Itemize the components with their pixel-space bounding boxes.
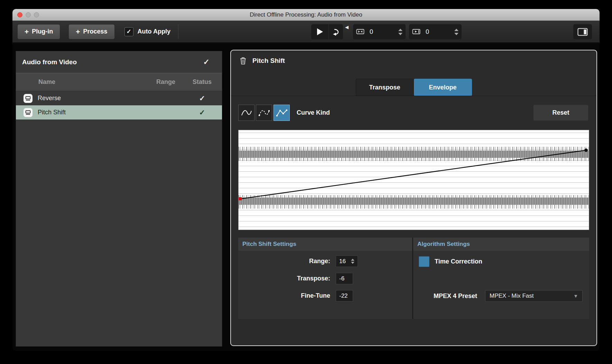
extend-range-start-field[interactable]: 0 [353,24,406,39]
mpex-preset-value: MPEX - Mix Fast [490,293,534,299]
column-status: Status [182,78,222,86]
process-list-panel: Audio from Video ✓ Name Range Status Rev… [16,51,222,347]
fine-tune-row: Fine-Tune -22 [238,290,412,301]
transpose-label: Transpose: [238,275,336,282]
auto-apply-checkbox[interactable]: ✓ [124,27,133,36]
audition-controls [311,24,343,39]
transpose-value: -6 [339,275,344,282]
linear-curve-icon [276,108,287,117]
audition-loop-button[interactable] [328,24,343,39]
dropdown-arrow-icon: ▼ [573,293,578,299]
process-list-header: Audio from Video ✓ [16,51,222,73]
curve-kind-label: Curve Kind [297,105,330,121]
status-check-icon: ✓ [199,94,205,102]
mpex-preset-label: MPEX 4 Preset [434,290,477,302]
algorithm-settings-section: Algorithm Settings Time Correction MPEX … [413,238,589,319]
auto-apply-label: Auto Apply [138,28,170,35]
extend-end-value[interactable]: 0 [426,28,454,36]
traffic-lights [17,12,39,17]
process-editor-title: Pitch Shift [252,57,285,65]
settings-block: Pitch Shift Settings Range: 16 Transpose… [238,238,589,319]
extend-end-spinner[interactable] [454,29,458,35]
algorithm-settings-header: Algorithm Settings [413,238,589,251]
extend-range-end-field[interactable]: 0 [409,24,462,39]
range-spinner[interactable] [351,259,354,264]
pitch-shift-tabs: Transpose Envelope [356,79,472,96]
process-name: Pitch Shift [38,109,66,116]
envelope-curve[interactable] [239,130,589,230]
minimize-button[interactable] [26,12,31,17]
process-row-reverse[interactable]: Reverse ✓ [16,91,222,105]
time-correction-checkbox[interactable] [419,256,429,267]
titlebar: Direct Offline Processing: Audio from Vi… [12,9,600,21]
clip-title: Audio from Video [22,58,77,66]
loop-icon [332,27,341,36]
toggle-right-zone-button[interactable] [573,24,592,39]
add-process-button[interactable]: + Process [68,24,114,39]
transpose-field[interactable]: -6 [336,273,353,284]
add-plugin-label: Plug-in [32,28,53,35]
tab-transpose[interactable]: Transpose [356,79,414,96]
extend-start-value[interactable]: 0 [370,28,398,36]
process-name: Reverse [38,95,61,102]
dashed-curve-icon [259,108,270,117]
audition-volume-icon[interactable]: ◀ [345,25,349,30]
time-correction-label: Time Correction [435,256,482,267]
process-list-column-headers: Name Range Status [16,73,222,91]
tab-envelope[interactable]: Envelope [414,79,472,96]
status-check-icon: ✓ [199,108,205,116]
window-title: Direct Offline Processing: Audio from Vi… [250,11,362,18]
mpex-preset-dropdown[interactable]: MPEX - Mix Fast ▼ [485,290,583,302]
pitch-shift-settings-section: Pitch Shift Settings Range: 16 Transpose… [238,238,413,319]
smooth-curve-icon [241,108,252,117]
content-area: Audio from Video ✓ Name Range Status Rev… [12,44,600,351]
range-value: 16 [339,258,346,265]
process-icon [24,94,33,103]
curve-kind-dashed-button[interactable] [256,105,272,121]
fine-tune-label: Fine-Tune [238,292,336,299]
plus-icon: + [76,28,80,35]
range-row: Range: 16 [238,256,412,267]
toolbar: + Plug-in + Process ✓ Auto Apply [12,21,600,43]
play-icon [317,28,323,35]
pitch-settings-header: Pitch Shift Settings [238,238,412,251]
column-range: Range [137,78,182,86]
process-editor-header: Pitch Shift [239,57,285,65]
extend-end-icon [412,28,421,35]
curve-kind-linear-button[interactable] [273,105,290,121]
panel-layout-icon [577,28,588,36]
header-check-icon: ✓ [203,58,210,67]
toolbar-divider [178,24,178,39]
add-process-label: Process [83,28,108,35]
transpose-row: Transpose: -6 [238,273,412,284]
extend-start-icon [356,28,365,35]
range-label: Range: [238,258,336,265]
fine-tune-value: -22 [339,293,348,299]
tab-separator [231,96,596,96]
envelope-start-node [239,197,242,200]
process-row-pitch-shift[interactable]: Pitch Shift ✓ [16,105,222,119]
curve-kind-smooth-button[interactable] [238,105,254,121]
check-icon: ✓ [126,28,131,35]
trash-icon[interactable] [239,57,247,65]
reset-button[interactable]: Reset [533,105,588,121]
auto-apply-control: ✓ Auto Apply [124,27,170,36]
process-icon [24,108,33,117]
extend-start-spinner[interactable] [398,29,402,35]
process-editor-panel: Pitch Shift Transpose Envelope [230,50,597,346]
add-plugin-button[interactable]: + Plug-in [17,24,60,39]
close-button[interactable] [17,12,22,17]
column-name: Name [16,78,137,86]
envelope-end-node [584,149,588,152]
curve-kind-buttons [238,105,290,121]
zoom-button[interactable] [34,12,39,17]
plus-icon: + [25,28,29,35]
range-field[interactable]: 16 [336,256,358,267]
audition-play-button[interactable] [311,24,328,39]
fine-tune-field[interactable]: -22 [336,290,353,301]
direct-offline-processing-window: Direct Offline Processing: Audio from Vi… [12,9,600,351]
envelope-waveform-display[interactable] [238,130,589,230]
